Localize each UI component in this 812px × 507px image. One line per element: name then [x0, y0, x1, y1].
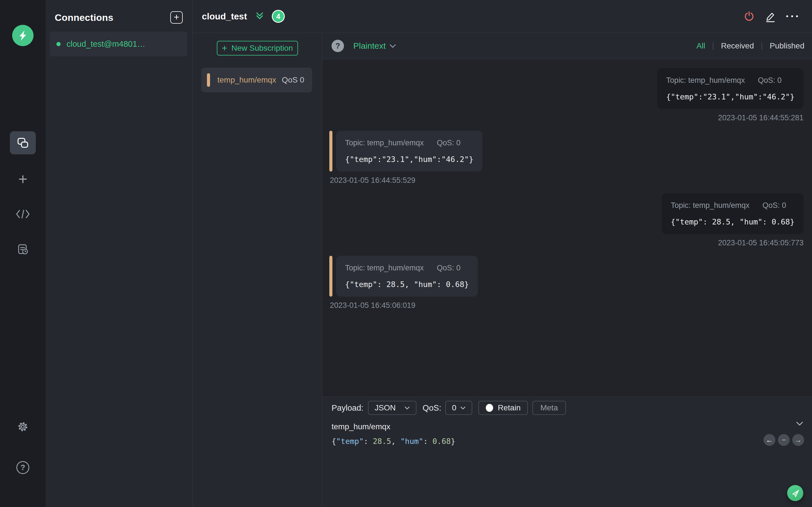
connection-header-bar: cloud_test 4	[193, 0, 812, 33]
add-connection-button[interactable]: +	[170, 11, 183, 24]
connections-title: Connections	[55, 12, 113, 23]
paper-plane-icon	[791, 489, 800, 497]
message-qos: QoS: 0	[762, 201, 786, 210]
message-timestamp: 2023-01-05 16:45:05:773	[662, 238, 804, 247]
retain-toggle[interactable]: Retain	[478, 401, 528, 415]
message-qos: QoS: 0	[437, 138, 460, 147]
payload-token: :	[423, 437, 433, 446]
published-message: Topic: temp_hum/emqx QoS: 0 {"temp":"23.…	[657, 68, 804, 122]
message-meta: Topic: temp_hum/emqx QoS: 0	[345, 264, 469, 272]
double-chevron-down-icon	[255, 12, 264, 21]
message-payload: {"temp": 28.5, "hum": 0.68}	[671, 217, 795, 226]
history-forward-button[interactable]: →	[792, 434, 804, 446]
sidebar-script-button[interactable]	[10, 206, 36, 223]
help-icon: ?	[16, 461, 29, 474]
collapse-connection-details-button[interactable]	[255, 12, 264, 21]
question-mark-glyph: ?	[20, 463, 26, 472]
sidebar-log-button[interactable]	[10, 241, 36, 258]
connections-icon	[16, 136, 29, 149]
publish-topic-input[interactable]: temp_hum/emqx	[322, 422, 812, 431]
received-message: Topic: temp_hum/emqx QoS: 0 {"temp": 28.…	[329, 256, 478, 310]
message-filters: All Received Published	[696, 41, 804, 50]
mqttx-app-window: + ?	[0, 0, 812, 507]
edit-connection-button[interactable]	[765, 10, 776, 22]
received-message: Topic: temp_hum/emqx QoS: 0 {"temp":"23.…	[329, 131, 483, 185]
qos-select[interactable]: 0	[445, 401, 472, 415]
payload-token: {	[332, 437, 336, 446]
connection-list-item[interactable]: cloud_test@m4801…	[50, 32, 187, 56]
message-topic: Topic: temp_hum/emqx	[345, 138, 424, 147]
message-bubble[interactable]: Topic: temp_hum/emqx QoS: 0 {"temp": 28.…	[662, 193, 804, 234]
code-icon	[16, 210, 30, 219]
published-message: Topic: temp_hum/emqx QoS: 0 {"temp": 28.…	[662, 193, 804, 247]
app-sidebar: + ?	[0, 0, 46, 507]
main-body: + New Subscription temp_hum/emqx QoS 0 ?…	[193, 33, 812, 507]
send-message-button[interactable]	[787, 485, 803, 501]
filter-received[interactable]: Received	[721, 41, 754, 50]
message-meta: Topic: temp_hum/emqx QoS: 0	[345, 138, 473, 147]
meta-label: Meta	[540, 403, 558, 412]
new-subscription-button[interactable]: + New Subscription	[217, 41, 298, 55]
meta-button[interactable]: Meta	[532, 401, 566, 415]
message-qos: QoS: 0	[437, 264, 460, 272]
sidebar-connections-button[interactable]	[10, 131, 36, 154]
filter-separator	[713, 42, 713, 50]
message-format-select[interactable]: Plaintext	[353, 41, 396, 51]
message-meta: Topic: temp_hum/emqx QoS: 0	[666, 76, 795, 85]
retain-label: Retain	[498, 403, 521, 412]
payload-token: "hum"	[400, 437, 423, 446]
message-topic: Topic: temp_hum/emqx	[666, 76, 745, 85]
gear-icon	[17, 420, 29, 433]
connected-status-dot	[56, 42, 61, 46]
message-count-badge: 4	[272, 10, 285, 23]
payload-format-select[interactable]: JSON	[368, 401, 416, 415]
ellipsis-icon: •••	[786, 13, 801, 20]
subscription-topic: temp_hum/emqx	[217, 75, 282, 84]
payload-token: 0.68	[433, 437, 451, 446]
connections-panel: Connections + cloud_test@m4801…	[46, 0, 193, 507]
header-actions: •••	[744, 10, 801, 22]
publish-panel: Payload: JSON QoS: 0	[322, 397, 812, 507]
connection-name: cloud_test@m4801…	[66, 40, 145, 49]
history-back-button[interactable]: ←	[763, 434, 775, 446]
message-timestamp: 2023-01-05 16:44:55:529	[329, 176, 483, 185]
mqttx-logo-icon	[17, 29, 29, 42]
message-bubble[interactable]: Topic: temp_hum/emqx QoS: 0 {"temp":"23.…	[336, 131, 483, 172]
chevron-down-icon	[405, 406, 410, 409]
sidebar-help-button[interactable]: ?	[10, 459, 36, 476]
history-clear-button[interactable]: −	[778, 434, 790, 446]
main-area: cloud_test 4	[193, 0, 812, 507]
message-meta: Topic: temp_hum/emqx QoS: 0	[671, 201, 795, 210]
payload-history-nav: ← − →	[763, 434, 804, 446]
question-mark-icon: ?	[336, 42, 340, 50]
message-topic: Topic: temp_hum/emqx	[345, 264, 424, 272]
plus-icon: +	[221, 43, 227, 53]
arrow-left-icon: ←	[766, 436, 773, 445]
message-bubble[interactable]: Topic: temp_hum/emqx QoS: 0 {"temp":"23.…	[657, 68, 804, 109]
sidebar-new-connection-button[interactable]: +	[10, 171, 36, 187]
message-payload: {"temp": 28.5, "hum": 0.68}	[345, 280, 469, 289]
payload-token: 28.5	[373, 437, 391, 446]
format-value: Plaintext	[353, 41, 386, 51]
payload-help-button[interactable]: ?	[332, 40, 344, 52]
message-timestamp: 2023-01-05 16:44:55:281	[657, 114, 804, 122]
disconnect-button[interactable]	[744, 11, 755, 22]
chevron-down-icon	[796, 421, 803, 426]
filter-published[interactable]: Published	[770, 41, 804, 50]
message-payload: {"temp":"23.1","hum":"46.2"}	[345, 155, 473, 164]
sidebar-settings-button[interactable]	[10, 418, 36, 435]
subscription-color-bar	[329, 131, 333, 172]
collapse-publish-button[interactable]	[796, 421, 803, 426]
qos-value: 0	[452, 403, 456, 412]
payload-editor[interactable]: {"temp": 28.5, "hum": 0.68}	[322, 437, 812, 446]
payload-token: }	[451, 437, 455, 446]
more-options-button[interactable]: •••	[786, 13, 801, 20]
message-bubble[interactable]: Topic: temp_hum/emqx QoS: 0 {"temp": 28.…	[336, 256, 478, 297]
subscription-qos: QoS 0	[282, 75, 304, 84]
messages-column: ? Plaintext All Received Published	[322, 33, 812, 507]
publish-controls: Payload: JSON QoS: 0	[322, 397, 812, 415]
power-icon	[744, 11, 755, 22]
subscription-item[interactable]: temp_hum/emqx QoS 0	[201, 68, 312, 93]
filter-all[interactable]: All	[696, 41, 705, 50]
filter-separator	[762, 42, 762, 50]
